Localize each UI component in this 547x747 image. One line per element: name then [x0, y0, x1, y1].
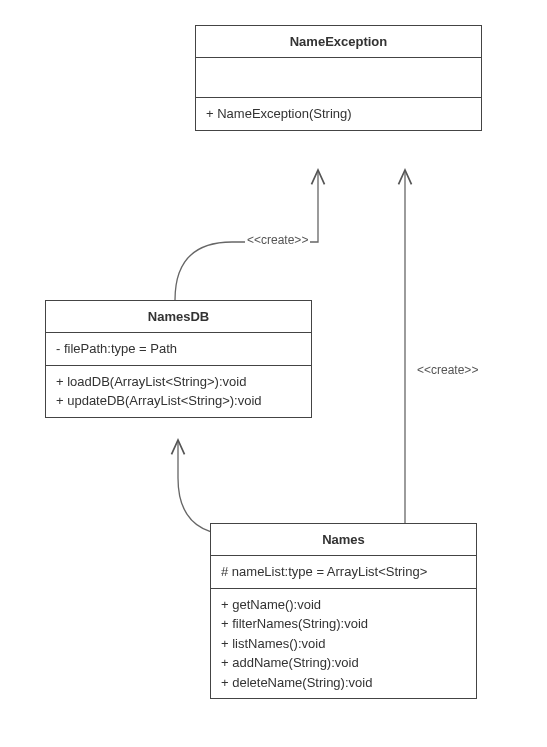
operation: + getName():void [221, 595, 466, 615]
operation: + NameException(String) [206, 104, 471, 124]
class-attributes [196, 58, 481, 98]
class-attributes: # nameList:type = ArrayList<String> [211, 556, 476, 589]
class-operations: + NameException(String) [196, 98, 481, 130]
class-names: Names # nameList:type = ArrayList<String… [210, 523, 477, 699]
stereotype-create-2: <<create>> [415, 363, 480, 377]
operation: + filterNames(String):void [221, 614, 466, 634]
attribute: - filePath:type = Path [56, 339, 301, 359]
class-operations: + getName():void + filterNames(String):v… [211, 589, 476, 699]
dep-names-to-namesdb [178, 440, 235, 535]
class-name: Names [211, 524, 476, 556]
operation: + deleteName(String):void [221, 673, 466, 693]
operation: + listNames():void [221, 634, 466, 654]
class-name: NamesDB [46, 301, 311, 333]
class-attributes: - filePath:type = Path [46, 333, 311, 366]
operation: + addName(String):void [221, 653, 466, 673]
operation: + updateDB(ArrayList<String>):void [56, 391, 301, 411]
class-namesdb: NamesDB - filePath:type = Path + loadDB(… [45, 300, 312, 418]
operation: + loadDB(ArrayList<String>):void [56, 372, 301, 392]
stereotype-create-1: <<create>> [245, 233, 310, 247]
attribute: # nameList:type = ArrayList<String> [221, 562, 466, 582]
class-operations: + loadDB(ArrayList<String>):void + updat… [46, 366, 311, 417]
class-nameexception: NameException + NameException(String) [195, 25, 482, 131]
class-name: NameException [196, 26, 481, 58]
